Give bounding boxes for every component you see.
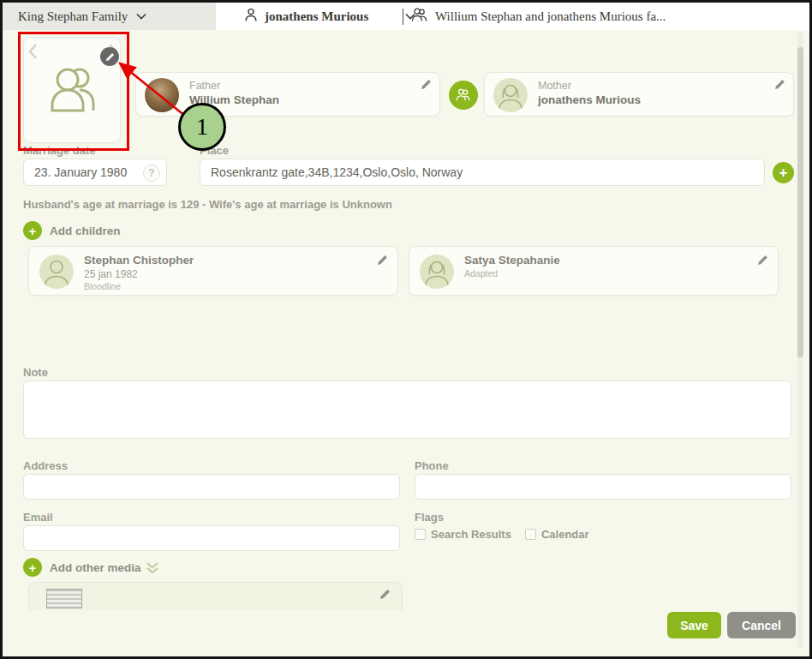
tab-family-selector[interactable]: King Stephan Family — [3, 3, 216, 30]
calendar-label: Calendar — [541, 528, 589, 541]
family-selector-label: King Stephan Family — [18, 9, 128, 24]
save-button[interactable]: Save — [667, 612, 721, 638]
calendar-checkbox[interactable]: Calendar — [525, 528, 589, 541]
chevron-left-icon[interactable] — [28, 43, 38, 64]
search-results-checkbox[interactable]: Search Results — [415, 528, 511, 541]
place-input[interactable]: Rosenkrantz gate,34B,1234,Oslo,Oslo, Nor… — [200, 159, 765, 186]
phone-input[interactable] — [415, 474, 791, 500]
marriage-date-label: Marriage date — [23, 144, 96, 157]
father-photo — [145, 78, 179, 112]
child-birth: 25 jan 1982 — [84, 268, 194, 281]
child-name: Stephan Chistopher — [84, 254, 194, 268]
scrollbar-thumb[interactable] — [797, 47, 803, 357]
child-card[interactable]: Stephan Chistopher 25 jan 1982 Bloodline — [28, 246, 398, 296]
child-relation: Adapted — [464, 268, 560, 279]
tab-person[interactable]: jonathens Murious — [244, 3, 398, 30]
place-value: Rosenkrantz gate,34B,1234,Oslo,Oslo, Nor… — [211, 165, 463, 179]
couple-icon — [411, 8, 428, 26]
father-label: Father — [189, 80, 279, 92]
edit-mother-icon[interactable] — [774, 78, 786, 90]
add-children-button[interactable]: + — [23, 221, 42, 240]
edit-child-icon[interactable] — [377, 254, 389, 266]
tab-divider — [403, 9, 403, 25]
mother-avatar — [493, 78, 528, 112]
flags-label: Flags — [415, 511, 444, 524]
child-card[interactable]: Satya Stepahanie Adapted — [409, 246, 779, 296]
mother-name: jonathens Murious — [538, 93, 641, 106]
note-textarea[interactable] — [23, 380, 791, 439]
marriage-age-summary: Husband's age at marriage is 129 - Wife'… — [23, 198, 392, 211]
annotation-step-number: 1 — [178, 103, 226, 151]
add-media-button[interactable]: + — [23, 558, 42, 577]
family-couple-icon — [45, 63, 100, 117]
child-avatar — [39, 255, 74, 289]
person-tab-label: jonathens Murious — [265, 9, 368, 24]
child-relation: Bloodline — [84, 281, 194, 292]
add-place-button[interactable]: + — [773, 162, 794, 183]
email-input[interactable] — [23, 525, 400, 551]
address-input[interactable] — [23, 474, 400, 500]
family-detail-label: Willium Stephan and jonathens Murious fa… — [435, 9, 666, 24]
media-thumbnail — [46, 589, 82, 608]
marriage-date-input[interactable]: 23. January 1980 ? — [23, 159, 167, 186]
double-chevron-down-icon[interactable] — [146, 562, 159, 578]
tab-family-detail[interactable]: Willium Stephan and jonathens Murious fa… — [411, 3, 797, 30]
mother-label: Mother — [538, 80, 641, 92]
couple-link-icon — [449, 81, 478, 110]
email-label: Email — [23, 511, 53, 524]
checkbox-icon — [415, 529, 426, 540]
checkbox-icon — [525, 529, 536, 540]
edit-family-button[interactable] — [100, 47, 119, 66]
father-card[interactable]: Father Willium Stephan — [135, 72, 440, 117]
mother-card[interactable]: Mother jonathens Murious — [484, 72, 794, 117]
note-label: Note — [23, 366, 48, 379]
address-label: Address — [23, 459, 68, 472]
add-media-label: Add other media — [50, 561, 141, 574]
child-avatar — [420, 255, 454, 289]
marriage-date-value: 23. January 1980 — [34, 165, 127, 179]
edit-father-icon[interactable] — [421, 78, 433, 90]
media-card[interactable] — [28, 582, 403, 610]
add-children-label: Add children — [50, 225, 121, 237]
child-name: Satya Stepahanie — [464, 254, 560, 268]
flags-group: Search Results Calendar — [415, 528, 589, 541]
search-results-label: Search Results — [431, 528, 511, 541]
cancel-button[interactable]: Cancel — [727, 612, 796, 638]
help-icon[interactable]: ? — [143, 165, 160, 182]
edit-media-icon[interactable] — [379, 588, 391, 600]
pencil-icon — [105, 52, 115, 62]
top-tab-bar: King Stephan Family jonathens Murious Wi… — [3, 3, 809, 30]
edit-child-icon[interactable] — [757, 254, 769, 266]
person-icon — [244, 8, 258, 26]
family-edit-dialog: King Stephan Family jonathens Murious Wi… — [0, 0, 812, 659]
chevron-down-icon — [136, 13, 146, 20]
phone-label: Phone — [415, 459, 449, 472]
